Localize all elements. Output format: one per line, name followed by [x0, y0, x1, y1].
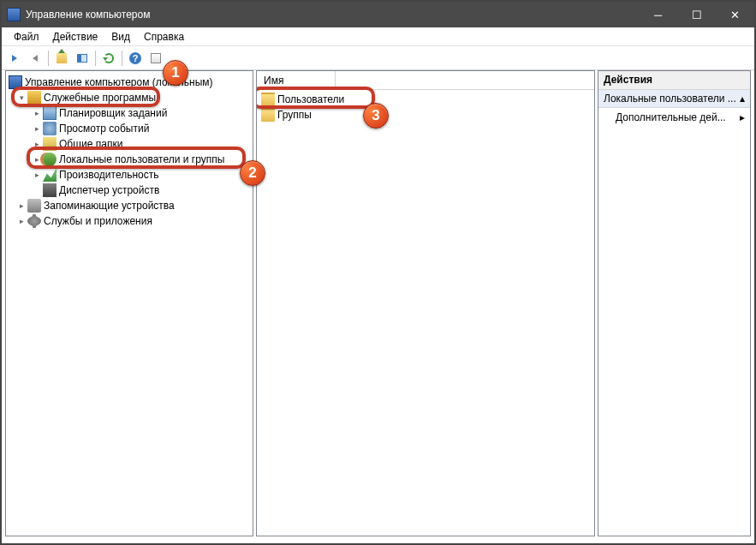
users-icon [43, 153, 57, 166]
expander-icon[interactable]: ▸ [32, 124, 42, 133]
nav-forward-button[interactable] [26, 49, 45, 68]
performance-icon [43, 168, 57, 182]
tree-label: Производительность [59, 169, 158, 181]
show-pane-button[interactable] [73, 49, 92, 68]
computer-icon [9, 75, 22, 89]
expander-icon[interactable]: ▸ [32, 171, 42, 179]
folder-icon [261, 93, 275, 106]
tree-label: Службы и приложения [44, 215, 152, 227]
tools-icon [27, 91, 41, 105]
menu-help[interactable]: Справка [137, 29, 191, 45]
minimize-button[interactable]: ─ [639, 2, 677, 27]
tree-label: Служебные программы [44, 92, 156, 104]
share-icon [43, 137, 57, 151]
maximize-button[interactable]: ☐ [677, 2, 716, 27]
expander-icon[interactable]: ▸ [16, 217, 27, 225]
services-icon [27, 214, 41, 228]
up-level-button[interactable] [52, 49, 71, 68]
actions-pane: Действия Локальные пользователи ... ▴ До… [598, 70, 751, 536]
tree-event-viewer[interactable]: ▸ Просмотр событий [8, 121, 251, 136]
device-icon [43, 183, 57, 197]
tree-storage[interactable]: ▸ Запоминающие устройства [8, 198, 251, 213]
expander-icon[interactable]: ▸ [16, 201, 27, 210]
column-header-row: Имя [257, 71, 594, 90]
close-button[interactable]: ✕ [716, 2, 754, 27]
nav-back-button[interactable] [5, 49, 24, 68]
menu-file[interactable]: Файл [7, 29, 46, 45]
collapse-icon: ▴ [740, 93, 745, 105]
expander-icon[interactable]: ▸ [32, 140, 42, 148]
tree-label: Планировщик заданий [59, 107, 167, 119]
arrow-left-icon [12, 55, 17, 62]
tree-performance[interactable]: ▸ Производительность [8, 167, 251, 183]
tree-label: Диспетчер устройств [59, 184, 159, 196]
toolbar [2, 46, 754, 70]
tree-label: Запоминающие устройства [44, 200, 175, 212]
tree-local-users-groups[interactable]: ▸ Локальные пользователи и группы [8, 152, 251, 167]
list-item-label: Пользователи [277, 93, 344, 105]
tree-system-tools[interactable]: ▾ Служебные программы [8, 90, 251, 105]
pane-icon [77, 54, 87, 63]
tree-label: Локальные пользователи и группы [59, 153, 224, 165]
chevron-right-icon: ▸ [740, 111, 745, 123]
expander-icon[interactable]: ▸ [32, 155, 42, 164]
content-list: Имя Пользователи Группы [256, 70, 595, 536]
folder-icon [261, 108, 275, 122]
scheduler-icon [43, 106, 57, 120]
event-icon [43, 122, 57, 135]
title-bar: Управление компьютером ─ ☐ ✕ [2, 2, 754, 27]
tree-services-apps[interactable]: ▸ Службы и приложения [8, 213, 251, 229]
menu-action[interactable]: Действие [46, 29, 105, 45]
properties-button[interactable] [146, 49, 165, 68]
refresh-button[interactable] [99, 49, 118, 68]
help-button[interactable] [126, 49, 145, 68]
app-icon [7, 8, 21, 21]
column-header-name[interactable]: Имя [264, 71, 336, 89]
window-title: Управление компьютером [26, 9, 150, 21]
navigation-tree[interactable]: Управление компьютером (локальным) ▾ Слу… [5, 70, 253, 536]
list-item-label: Группы [277, 109, 312, 121]
help-icon [129, 52, 141, 64]
tree-root[interactable]: Управление компьютером (локальным) [8, 75, 251, 90]
tree-label: Общие папки [59, 138, 122, 150]
list-item-users[interactable]: Пользователи [260, 92, 591, 107]
actions-subject-label: Локальные пользователи ... [604, 93, 736, 105]
tree-root-label: Управление компьютером (локальным) [25, 76, 213, 88]
tree-shared-folders[interactable]: ▸ Общие папки [8, 136, 251, 152]
expander-icon[interactable]: ▾ [16, 93, 27, 102]
menu-view[interactable]: Вид [104, 29, 137, 45]
list-item-groups[interactable]: Группы [260, 107, 591, 123]
actions-header: Действия [598, 71, 750, 90]
actions-more[interactable]: Дополнительные дей... ▸ [598, 108, 750, 127]
storage-icon [27, 199, 41, 213]
menu-bar: Файл Действие Вид Справка [2, 27, 754, 46]
actions-more-label: Дополнительные дей... [616, 111, 726, 123]
arrow-right-icon [33, 55, 38, 62]
refresh-icon [104, 53, 114, 63]
properties-icon [151, 53, 161, 63]
actions-subject[interactable]: Локальные пользователи ... ▴ [598, 90, 750, 108]
tree-device-manager[interactable]: Диспетчер устройств [8, 183, 251, 198]
tree-label: Просмотр событий [59, 123, 149, 135]
expander-icon[interactable]: ▸ [32, 109, 42, 117]
tree-task-scheduler[interactable]: ▸ Планировщик заданий [8, 105, 251, 121]
folder-up-icon [57, 53, 67, 63]
